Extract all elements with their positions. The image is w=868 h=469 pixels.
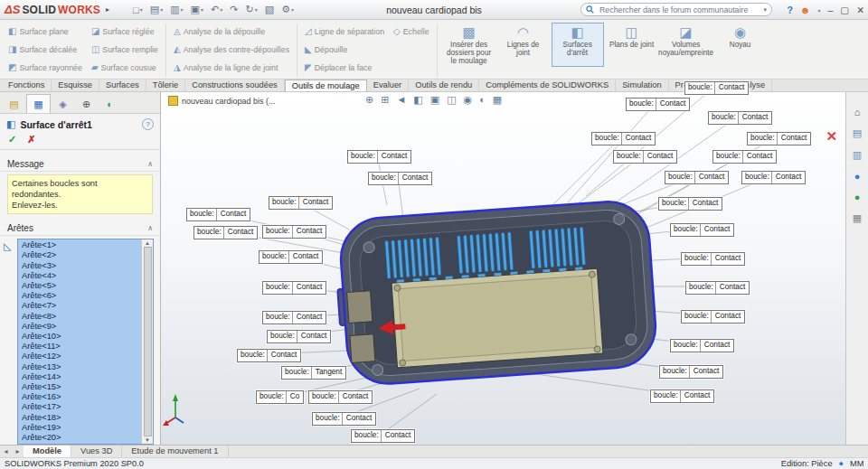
edge-list-item[interactable]: Arête<19>: [18, 423, 141, 433]
boucle-callout[interactable]: boucle: Contact: [747, 132, 811, 145]
callout-value[interactable]: Contact: [771, 172, 806, 183]
edge-list-item[interactable]: Arête<17>: [18, 402, 141, 412]
callout-value[interactable]: Contact: [292, 226, 326, 238]
ribbon-button[interactable]: ▰Surface cousue: [90, 59, 160, 76]
ribbon-tab[interactable]: Fonctions: [2, 80, 52, 91]
boucle-callout[interactable]: boucle: Contact: [368, 172, 432, 185]
dimxpertmanager-tab[interactable]: ⊕: [75, 95, 98, 113]
ribbon-tab[interactable]: Evaluer: [367, 80, 410, 91]
sheet-tab[interactable]: Vues 3D: [71, 446, 122, 457]
callout-value[interactable]: Contact: [292, 282, 326, 294]
ribbon-button[interactable]: ◫Surface remplie: [90, 41, 160, 58]
boucle-callout[interactable]: boucle: Contact: [308, 390, 373, 404]
callout-value[interactable]: Contact: [288, 251, 323, 263]
save-icon[interactable]: ▥▾: [170, 4, 183, 15]
ribbon-large-button[interactable]: ◫Plans de joint: [606, 23, 658, 67]
callout-value[interactable]: Contact: [216, 209, 250, 220]
edge-list-item[interactable]: Arête<3>: [18, 261, 141, 271]
callout-value[interactable]: Co: [286, 391, 304, 403]
edges-section-header[interactable]: Arêtes ∧: [0, 220, 160, 236]
callout-value[interactable]: Contact: [694, 172, 729, 183]
edge-list-item[interactable]: Arête<16>: [18, 392, 141, 402]
boucle-callout[interactable]: boucle: Contact: [684, 81, 749, 95]
custom-properties-icon[interactable]: ▦: [853, 212, 862, 224]
boucle-callout[interactable]: boucle: Contact: [351, 429, 415, 443]
boucle-callout[interactable]: boucle: Contact: [267, 330, 331, 343]
edge-list-item[interactable]: Arête<12>: [18, 352, 141, 361]
callout-value[interactable]: Contact: [223, 227, 258, 239]
ribbon-tab[interactable]: Outils de moulage: [285, 80, 367, 91]
boucle-callout[interactable]: boucle: Contact: [262, 225, 326, 239]
collapse-chevron-icon[interactable]: ∧: [147, 224, 153, 232]
undo-icon[interactable]: ↶▾: [211, 4, 222, 15]
boucle-callout[interactable]: boucle: Contact: [681, 310, 745, 324]
boucle-callout[interactable]: boucle: Contact: [681, 252, 745, 266]
callout-value[interactable]: Contact: [377, 151, 411, 163]
callout-value[interactable]: Contact: [298, 197, 333, 209]
dropdown-caret[interactable]: ▾: [255, 6, 258, 13]
next-tab-arrow[interactable]: ▸: [12, 446, 24, 457]
edge-list-item[interactable]: Arête<9>: [18, 322, 141, 332]
rebuild-icon[interactable]: ↻▾: [245, 4, 257, 15]
callout-value[interactable]: Contact: [738, 112, 772, 124]
cancel-preview-x[interactable]: ✕: [826, 128, 837, 145]
edge-list-item[interactable]: Arête<2>: [18, 250, 141, 260]
print-icon[interactable]: ▣▾: [191, 4, 203, 15]
boucle-callout[interactable]: boucle: Contact: [347, 150, 411, 164]
edge-list-item[interactable]: Arête<8>: [18, 312, 141, 322]
design-library-icon[interactable]: ▥: [853, 149, 862, 161]
ribbon-button[interactable]: ◪Surface réglée: [90, 23, 160, 40]
callout-value[interactable]: Contact: [700, 340, 734, 352]
ribbon-tab[interactable]: Simulation: [616, 80, 668, 91]
ribbon-button[interactable]: ◇Echelle: [392, 23, 431, 40]
boucle-callout[interactable]: boucle: Contact: [626, 98, 690, 111]
forum-search-box[interactable]: ▾: [580, 3, 772, 16]
ribbon-large-button[interactable]: ◠Lignes de joint: [497, 23, 550, 67]
ribbon-tab[interactable]: Surfaces: [99, 80, 146, 91]
close-button[interactable]: ✕: [856, 5, 864, 15]
scroll-down-arrow[interactable]: ▼: [145, 437, 150, 443]
edge-list-item[interactable]: Arête<14>: [18, 372, 141, 382]
open-document-icon[interactable]: ▤▾: [150, 4, 163, 15]
callout-value[interactable]: Contact: [656, 98, 690, 110]
edges-listbox[interactable]: Arête<1>Arête<2>Arête<3>Arête<4>Arête<5>…: [17, 239, 154, 445]
ribbon-button[interactable]: ◭Analyse des contre-dépouilles: [172, 41, 291, 58]
callout-value[interactable]: Contact: [292, 312, 326, 324]
boucle-callout[interactable]: boucle: Contact: [659, 365, 723, 379]
callout-value[interactable]: Contact: [381, 430, 415, 442]
boucle-callout[interactable]: boucle: Contact: [665, 171, 729, 184]
edge-list-item[interactable]: Arête<13>: [18, 362, 141, 372]
dropdown-caret[interactable]: ▾: [181, 6, 184, 13]
search-dropdown-caret[interactable]: ▾: [763, 6, 767, 14]
edge-list-item[interactable]: Arête<20>: [18, 433, 141, 443]
configurationmanager-tab[interactable]: ◈: [52, 95, 74, 113]
ribbon-tab[interactable]: Outils de rendu: [409, 80, 479, 91]
dropdown-caret[interactable]: ▾: [220, 6, 222, 13]
callout-value[interactable]: Contact: [742, 151, 777, 163]
home-icon[interactable]: ⌂: [854, 107, 861, 117]
ribbon-button[interactable]: ◨Surface décalée: [6, 41, 84, 58]
callout-value[interactable]: Contact: [688, 198, 722, 210]
appearances-icon[interactable]: ●: [854, 171, 861, 182]
account-caret[interactable]: ▾: [817, 7, 820, 14]
new-document-icon[interactable]: □▾: [133, 5, 143, 15]
boucle-callout[interactable]: boucle: Contact: [613, 150, 677, 164]
boucle-callout[interactable]: boucle: Contact: [262, 311, 326, 324]
search-input[interactable]: [598, 5, 760, 15]
boucle-callout[interactable]: boucle: Contact: [269, 196, 333, 210]
callout-value[interactable]: Contact: [689, 366, 723, 378]
edge-list-item[interactable]: Arête<5>: [18, 281, 141, 291]
ribbon-button[interactable]: ◣Dépouille: [303, 41, 386, 58]
scrollbar-thumb[interactable]: [144, 247, 152, 436]
boucle-callout[interactable]: boucle: Contact: [237, 349, 301, 362]
help-icon[interactable]: ?: [142, 118, 154, 130]
ribbon-button[interactable]: ◬Analyse de la dépouille: [172, 23, 291, 40]
edge-list-item[interactable]: Arête<18>: [18, 413, 141, 423]
callout-value[interactable]: Contact: [777, 133, 811, 145]
first-tab-arrow[interactable]: ◂: [0, 446, 12, 457]
boucle-callout[interactable]: boucle: Contact: [670, 339, 734, 352]
ribbon-button[interactable]: ◤Déplacer la face: [303, 59, 386, 76]
displaymanager-tab[interactable]: ◐: [99, 95, 121, 113]
menu-expand-arrow[interactable]: ▸: [106, 5, 109, 14]
boucle-callout[interactable]: boucle: Contact: [650, 389, 714, 403]
